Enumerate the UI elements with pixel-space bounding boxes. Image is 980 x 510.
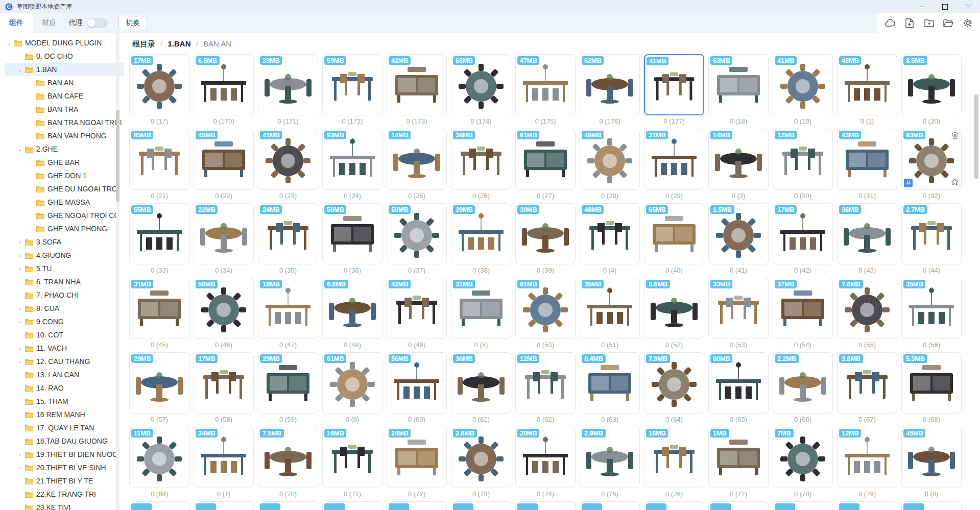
asset-thumbnail[interactable]: 20MB bbox=[515, 427, 576, 488]
asset-cell[interactable]: 35MB 0 (56) bbox=[901, 278, 962, 349]
asset-thumbnail[interactable]: 14MB bbox=[387, 129, 447, 190]
asset-cell[interactable]: 22MB 0 (34) bbox=[194, 203, 254, 275]
asset-cell[interactable]: 14MB 0 (3) bbox=[708, 129, 769, 200]
asset-thumbnail[interactable]: 0.4MB bbox=[580, 352, 640, 414]
asset-cell[interactable] bbox=[194, 501, 254, 510]
asset-thumbnail[interactable]: 47MB bbox=[515, 54, 576, 115]
asset-cell[interactable]: 6.6MB 0 (48) bbox=[322, 278, 383, 349]
chevron-icon[interactable]: › bbox=[16, 306, 24, 311]
tree-item[interactable]: GHE VAN PHONG bbox=[5, 222, 124, 235]
asset-thumbnail[interactable] bbox=[194, 501, 254, 510]
asset-cell[interactable]: 11MB 0 (69) bbox=[129, 427, 189, 498]
asset-cell[interactable]: 41MB 0 (19) bbox=[773, 54, 833, 126]
asset-thumbnail[interactable]: 34MB bbox=[194, 427, 254, 488]
asset-cell[interactable]: 47MB 0 (175) bbox=[515, 54, 576, 126]
asset-thumbnail[interactable]: 12MB bbox=[515, 352, 576, 414]
asset-cell[interactable]: 81MB 0 (50) bbox=[515, 278, 576, 349]
asset-thumbnail[interactable]: 36MB bbox=[451, 352, 511, 414]
tree-item[interactable]: BAN VAN PHONG bbox=[5, 129, 124, 142]
asset-cell[interactable]: 41MB 0 (23) bbox=[258, 129, 318, 200]
asset-thumbnail[interactable]: 41MB bbox=[644, 54, 704, 115]
asset-thumbnail[interactable] bbox=[387, 501, 447, 510]
tree-item[interactable]: › 20.THIET BI VE SINH bbox=[5, 461, 124, 474]
asset-thumbnail[interactable]: 85MB bbox=[129, 129, 189, 190]
asset-cell[interactable]: 16MB 0 (76) bbox=[644, 427, 704, 498]
asset-thumbnail[interactable]: 48MB bbox=[580, 129, 640, 190]
asset-cell[interactable]: 2.7MB 0 (44) bbox=[901, 203, 962, 275]
asset-thumbnail[interactable]: 17MB bbox=[129, 54, 189, 115]
tree-item[interactable]: 0. OC CHO bbox=[5, 50, 124, 63]
tree-item[interactable]: 13. LAN CAN bbox=[5, 368, 124, 381]
tree-item[interactable]: 7. PHAO CHI bbox=[5, 288, 124, 302]
asset-thumbnail[interactable]: 35MB bbox=[901, 278, 962, 339]
asset-cell[interactable]: 18MB 0 (47) bbox=[258, 278, 318, 349]
asset-thumbnail[interactable]: 2.8MB bbox=[451, 427, 511, 488]
asset-thumbnail[interactable]: 24MB bbox=[387, 427, 447, 488]
asset-cell[interactable]: 29MB 0 (59) bbox=[258, 352, 318, 424]
asset-cell[interactable]: 12MB 0 (30) bbox=[773, 129, 833, 200]
tree-item[interactable]: BAN CAFE bbox=[5, 89, 124, 103]
asset-thumbnail[interactable]: 8.5MB bbox=[901, 54, 962, 115]
asset-thumbnail[interactable]: 12MB bbox=[773, 129, 833, 190]
breadcrumb-folder[interactable]: 1.BAN bbox=[168, 39, 191, 48]
close-button[interactable] bbox=[957, 0, 980, 13]
asset-cell[interactable]: 48MB 0 (2) bbox=[837, 54, 897, 126]
asset-thumbnail[interactable]: 50MB bbox=[322, 203, 383, 264]
asset-cell[interactable]: 8.6MB 0 (52) bbox=[644, 278, 704, 349]
asset-cell[interactable]: 60MB 0 (174) bbox=[451, 54, 511, 126]
asset-cell[interactable] bbox=[451, 501, 511, 510]
asset-cell[interactable]: 2.9MB 0 (75) bbox=[580, 427, 640, 498]
asset-cell[interactable]: 31MB 0 (29) bbox=[644, 129, 704, 200]
asset-cell[interactable]: 34MB 0 (7) bbox=[194, 427, 254, 498]
asset-cell[interactable] bbox=[258, 501, 318, 510]
asset-cell[interactable]: 91MB 0 (27) bbox=[515, 129, 576, 200]
asset-thumbnail[interactable] bbox=[644, 501, 704, 510]
chevron-icon[interactable]: › bbox=[16, 465, 24, 471]
asset-thumbnail[interactable]: 2.9MB bbox=[580, 427, 640, 488]
tree-item[interactable]: 15. THAM bbox=[5, 395, 124, 408]
chevron-icon[interactable]: ⌄ bbox=[5, 40, 13, 46]
delete-icon[interactable] bbox=[951, 131, 959, 141]
tree-item[interactable]: GHE DU NGOAI TROI bbox=[5, 182, 124, 196]
asset-cell[interactable]: 59MB 0 (172) bbox=[322, 54, 383, 126]
asset-cell[interactable]: 17MB 0 (42) bbox=[773, 203, 833, 275]
asset-cell[interactable]: 17MB 0 (17) bbox=[129, 54, 189, 126]
asset-cell[interactable]: 24MB 0 (35) bbox=[258, 203, 318, 275]
asset-cell[interactable]: 2.2MB 0 (66) bbox=[773, 352, 833, 424]
asset-cell[interactable] bbox=[708, 501, 769, 510]
tree-item[interactable]: 14. RAO bbox=[5, 381, 124, 395]
chevron-icon[interactable]: › bbox=[16, 253, 24, 258]
tree-item[interactable]: 22.KE TRANG TRI bbox=[5, 488, 124, 501]
asset-cell[interactable]: 37MB 0 (54) bbox=[773, 278, 833, 349]
asset-cell[interactable] bbox=[580, 501, 640, 510]
asset-cell[interactable]: 5.3MB 0 (68) bbox=[901, 352, 962, 424]
favorite-star-icon[interactable] bbox=[951, 178, 959, 187]
tree-item[interactable]: 6. TRAN NHA bbox=[5, 275, 124, 288]
asset-thumbnail[interactable] bbox=[580, 501, 640, 510]
asset-cell[interactable]: 85MB 0 (21) bbox=[129, 129, 189, 200]
asset-thumbnail[interactable]: 1MB bbox=[708, 427, 769, 488]
asset-cell[interactable]: 60MB 0 (65) bbox=[708, 352, 769, 424]
asset-thumbnail[interactable] bbox=[837, 501, 897, 510]
tree-item[interactable]: › 11. VACH bbox=[5, 342, 124, 355]
tree-item[interactable]: BAN AN bbox=[5, 76, 124, 89]
asset-thumbnail[interactable]: 39MB bbox=[451, 203, 511, 264]
asset-thumbnail[interactable]: 63MB bbox=[708, 54, 769, 115]
asset-thumbnail[interactable] bbox=[773, 501, 833, 510]
folder-open-icon[interactable] bbox=[943, 18, 953, 28]
chevron-icon[interactable]: › bbox=[16, 452, 24, 457]
asset-cell[interactable]: 12MB 0 (62) bbox=[515, 352, 576, 424]
asset-thumbnail[interactable]: 60MB bbox=[451, 54, 511, 115]
asset-cell[interactable]: 50MB 0 (36) bbox=[322, 203, 383, 275]
tree-item[interactable]: 23.KE TIVI bbox=[5, 501, 124, 510]
asset-cell[interactable]: 31MB 0 (5) bbox=[451, 278, 511, 349]
asset-cell[interactable]: 7MB 0 (78) bbox=[773, 427, 833, 498]
asset-thumbnail[interactable]: 33MB bbox=[708, 278, 769, 339]
tree-item[interactable]: 16 REM MANH bbox=[5, 408, 124, 421]
asset-cell[interactable] bbox=[773, 501, 833, 510]
tree-item[interactable]: ⌄ 1.BAN bbox=[5, 63, 124, 76]
asset-thumbnail[interactable]: 3.8MB bbox=[837, 352, 897, 414]
asset-cell[interactable]: 29MB 0 (57) bbox=[129, 352, 189, 424]
asset-cell[interactable] bbox=[515, 501, 576, 510]
asset-thumbnail[interactable]: 42MB bbox=[387, 278, 447, 339]
